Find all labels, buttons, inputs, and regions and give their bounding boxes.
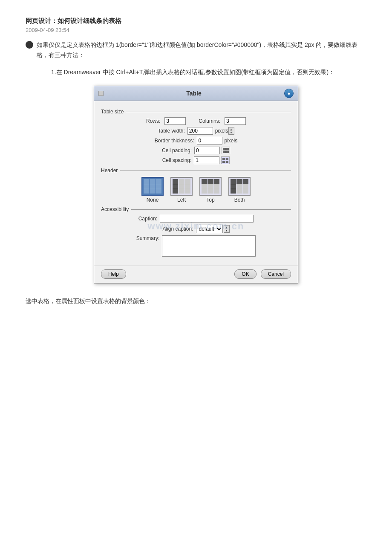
footer-right-buttons: OK Cancel	[234, 269, 291, 279]
hb-cell	[231, 179, 236, 184]
hb-cell	[179, 184, 184, 189]
hb-cell	[236, 189, 242, 194]
columns-label: Columns:	[199, 118, 220, 124]
hb-cell	[208, 184, 213, 189]
summary-textarea[interactable]	[162, 235, 256, 257]
border-thickness-unit: pixels	[225, 138, 238, 144]
align-caption-spinner[interactable]: ▲ ▼	[224, 225, 230, 233]
table-width-input[interactable]	[187, 127, 213, 135]
icon-cell	[226, 151, 229, 153]
header-btn-top-icon	[199, 177, 222, 196]
hb-cell	[243, 179, 248, 184]
icon-cell	[223, 148, 226, 150]
caption-input[interactable]	[160, 215, 254, 223]
header-btn-left-label: Left	[177, 197, 186, 203]
section-line	[131, 209, 291, 210]
align-caption-select[interactable]: default top bottom left right	[196, 225, 223, 233]
summary-label: Summary:	[136, 235, 160, 241]
header-btn-top-label: Top	[206, 197, 214, 203]
cell-spacing-input[interactable]	[194, 156, 219, 164]
header-btn-none-icon	[141, 177, 164, 196]
hb-cell	[144, 189, 149, 194]
header-btn-both-icon	[228, 177, 251, 196]
header-btn-both[interactable]: Both	[228, 177, 251, 203]
border-thickness-input[interactable]	[197, 137, 222, 145]
hb-cell	[156, 184, 161, 189]
dialog-close-button[interactable]: ●	[284, 89, 294, 98]
hb-cell	[185, 189, 190, 194]
cell-padding-icon	[222, 147, 230, 154]
header-btn-left-icon	[170, 177, 193, 196]
hb-cell	[185, 179, 190, 184]
section-accessibility-label: Accessibility	[101, 206, 129, 212]
cell-spacing-label: Cell spacing:	[162, 157, 192, 163]
spinner-up-icon: ▲	[225, 226, 228, 229]
caption-label: Caption:	[138, 216, 158, 222]
dialog-footer: Help OK Cancel	[94, 266, 298, 283]
section-header: Header	[101, 168, 291, 173]
hb-cell	[202, 189, 207, 194]
spinner-down-icon: ▼	[230, 131, 233, 134]
hb-cell	[156, 179, 161, 184]
cols-pair: Columns:	[199, 117, 246, 125]
section-accessibility: Accessibility	[101, 206, 291, 212]
hb-cell	[231, 189, 236, 194]
page-title: 网页设计：如何设计细线条的表格	[26, 17, 366, 25]
section-table-size: Table size	[101, 109, 291, 115]
icon-cell	[226, 148, 229, 150]
cell-padding-label: Cell padding:	[162, 147, 192, 153]
align-caption-label: Align caption:	[162, 226, 193, 232]
hb-cell	[202, 184, 207, 189]
table-width-label: Table width:	[158, 128, 184, 134]
spinner-up-icon: ▲	[230, 128, 233, 131]
hb-cell	[185, 184, 190, 189]
hb-cell	[243, 189, 248, 194]
cancel-button[interactable]: Cancel	[261, 269, 291, 279]
icon-cell	[222, 158, 225, 160]
hb-cell	[214, 184, 219, 189]
cell-padding-input[interactable]	[194, 147, 220, 154]
section-line	[120, 171, 291, 171]
dialog-wrapper: Table ● Table size Rows: Columns:	[26, 86, 366, 283]
help-button[interactable]: Help	[101, 269, 126, 279]
header-btn-left[interactable]: Left	[170, 177, 193, 203]
hb-cell	[173, 179, 178, 184]
hb-cell	[208, 179, 213, 184]
table-width-unit: pixels	[215, 128, 228, 134]
border-thickness-row: Border thickness: pixels	[101, 137, 291, 145]
hb-cell	[150, 184, 155, 189]
icon-cell	[223, 151, 226, 153]
columns-input[interactable]	[225, 117, 246, 125]
hb-cell	[179, 179, 184, 184]
bullet-dot	[26, 41, 33, 49]
page-date: 2009-04-09 23:54	[26, 27, 366, 33]
rows-columns-row: Rows: Columns:	[101, 117, 291, 125]
hb-cell	[144, 179, 149, 184]
section-line	[126, 112, 291, 112]
header-btn-top[interactable]: Top	[199, 177, 222, 203]
hb-cell	[173, 184, 178, 189]
cell-padding-row: Cell padding:	[101, 147, 291, 154]
section-header-label: Header	[101, 168, 118, 173]
hb-cell	[150, 189, 155, 194]
hb-cell	[208, 189, 213, 194]
dialog-body: Table size Rows: Columns: Table width: p…	[94, 101, 298, 263]
header-buttons: None Left	[101, 177, 291, 203]
rows-pair: Rows:	[146, 117, 186, 125]
header-btn-none[interactable]: None	[141, 177, 164, 203]
ok-button[interactable]: OK	[234, 269, 256, 279]
corner-icon	[98, 91, 104, 96]
header-btn-none-label: None	[147, 197, 159, 203]
summary-row: Summary:	[101, 235, 291, 257]
table-width-spinner[interactable]: ▲ ▼	[228, 127, 234, 135]
hb-cell	[173, 189, 178, 194]
cell-spacing-icon	[221, 156, 230, 164]
cell-spacing-row: Cell spacing:	[101, 156, 291, 164]
bottom-text: 选中表格，在属性面板中设置表格的背景颜色：	[26, 296, 366, 306]
caption-row: Caption:	[101, 215, 291, 223]
hb-cell	[231, 184, 236, 189]
rows-input[interactable]	[164, 117, 186, 125]
table-width-row: Table width: pixels ▲ ▼	[101, 127, 291, 135]
hb-cell	[156, 189, 161, 194]
section-table-size-label: Table size	[101, 109, 124, 115]
